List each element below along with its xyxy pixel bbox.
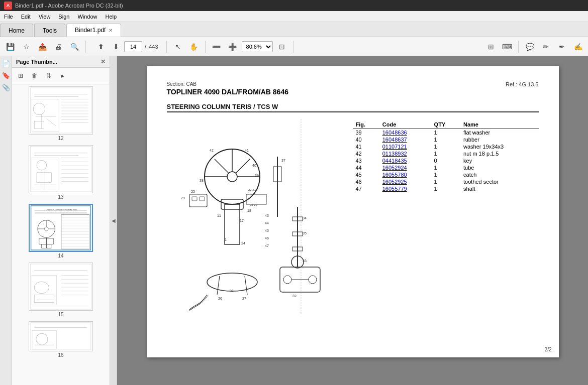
toolbar-sep-2 [166, 41, 167, 53]
svg-text:42: 42 [210, 149, 214, 152]
svg-text:47: 47 [265, 244, 269, 247]
cell-code[interactable]: 16048637 [379, 136, 431, 143]
cursor-tool-button[interactable]: ↖ [171, 40, 185, 54]
collapse-sidebar-button[interactable]: ◀ [110, 56, 117, 385]
thumbnail-sketch-14: TOPLINER 4090 DAL/FROM/AB 8646 [30, 205, 92, 251]
cell-name: shaft [460, 185, 538, 192]
sidebar-close-button[interactable]: ✕ [101, 58, 106, 65]
menu-edit[interactable]: Edit [17, 11, 35, 22]
thumbnail-12[interactable]: 12 [14, 86, 108, 141]
cell-fig: 42 [353, 150, 379, 157]
sidebar-header: Page Thumbn... ✕ [12, 56, 110, 68]
svg-text:18: 18 [247, 209, 251, 212]
svg-text:40: 40 [252, 164, 256, 167]
bookmarks-icon[interactable]: 🔖 [1, 70, 11, 80]
bookmark-button[interactable]: ☆ [19, 40, 33, 54]
sidebar-arrange-button[interactable]: ⇅ [42, 70, 55, 82]
svg-text:35: 35 [303, 231, 307, 235]
sign-button[interactable]: ✍ [571, 40, 585, 54]
svg-text:TOPLINER 4090 DAL/FROM/AB 8646: TOPLINER 4090 DAL/FROM/AB 8646 [44, 209, 77, 211]
comment-button[interactable]: 💬 [523, 40, 537, 54]
cell-code[interactable]: 16052924 [379, 164, 431, 171]
thumbnail-15[interactable]: 15 [14, 263, 108, 317]
cell-name: flat washer [460, 129, 538, 137]
technical-diagram: 42 41 40 39 38 29 25 [167, 116, 343, 317]
cell-code[interactable]: 16055780 [379, 171, 431, 178]
cell-qty: 1 [431, 185, 460, 192]
sidebar-more-button[interactable]: ▸ [56, 70, 69, 82]
svg-text:32: 32 [292, 294, 297, 298]
thumbnail-box-16 [29, 321, 93, 351]
signatures-icon[interactable]: 📎 [1, 82, 11, 92]
cell-code[interactable]: 01138932 [379, 150, 431, 157]
highlight-button[interactable]: ✏ [539, 40, 553, 54]
table-row: 40 16048637 1 rubber [353, 136, 539, 143]
sidebar-grid-button[interactable]: ⊞ [14, 70, 27, 82]
fit-page-button[interactable]: ⊞ [484, 40, 498, 54]
cell-code[interactable]: 16052925 [379, 178, 431, 185]
hand-tool-button[interactable]: ✋ [187, 40, 201, 54]
page-input[interactable]: 14 [124, 41, 142, 52]
find-button[interactable]: 🔍 [67, 40, 81, 54]
page-down-button[interactable]: ⬇ [109, 40, 123, 54]
sidebar-title: Page Thumbn... [16, 59, 57, 65]
zoom-out-button[interactable]: ➖ [210, 40, 224, 54]
cell-code[interactable]: 16048636 [379, 129, 431, 137]
cell-name: tube [460, 164, 538, 171]
svg-text:43: 43 [265, 214, 269, 217]
thumbnail-sketch-16 [29, 322, 92, 351]
table-row: 46 16052925 1 toothed sector [353, 178, 539, 185]
sidebar-tools: ⊞ 🗑 ⇅ ▸ [12, 68, 110, 84]
share-button[interactable]: 📤 [35, 40, 49, 54]
svg-rect-18 [30, 147, 91, 192]
thumbnail-label-14: 14 [58, 253, 63, 259]
zoom-in-button[interactable]: ➕ [226, 40, 240, 54]
svg-text:22 21: 22 21 [248, 188, 256, 191]
tab-close-button[interactable]: ✕ [109, 28, 113, 33]
page-total: 443 [149, 44, 158, 50]
svg-text:23 22: 23 22 [250, 203, 258, 206]
thumbnails-panel: 12 [12, 84, 110, 385]
cell-qty: 1 [431, 136, 460, 143]
tab-tools-label: Tools [43, 27, 57, 34]
left-icons-panel: 📄 🔖 📎 [0, 56, 12, 385]
svg-rect-33 [31, 206, 91, 250]
menu-window[interactable]: Window [73, 11, 101, 22]
main-area: 📄 🔖 📎 Page Thumbn... ✕ ⊞ 🗑 ⇅ ▸ [0, 56, 588, 385]
save-button[interactable]: 💾 [3, 40, 17, 54]
pages-icon[interactable]: 📄 [1, 58, 11, 68]
sidebar-delete-button[interactable]: 🗑 [28, 70, 41, 82]
page-nav-group: ⬆ ⬇ 14 / 443 [94, 40, 158, 54]
menu-view[interactable]: View [35, 11, 55, 22]
pdf-area[interactable]: Section: CAB TOPLINER 4090 DAL/FROM/AB 8… [117, 56, 588, 385]
zoom-fit-button[interactable]: ⊡ [275, 40, 289, 54]
svg-text:38: 38 [200, 179, 204, 182]
svg-text:45: 45 [265, 229, 269, 232]
thumbnail-14[interactable]: TOPLINER 4090 DAL/FROM/AB 8646 [14, 204, 108, 259]
thumbnail-13[interactable]: 13 [14, 145, 108, 200]
page-up-button[interactable]: ⬆ [94, 40, 108, 54]
page-counter: 2/2 [545, 347, 552, 352]
type-button[interactable]: ⌨ [500, 40, 514, 54]
markup-button[interactable]: ✒ [555, 40, 569, 54]
cell-code[interactable]: 01107121 [379, 143, 431, 150]
svg-text:27: 27 [242, 297, 246, 300]
tab-binder[interactable]: Binder1.pdf ✕ [66, 24, 121, 37]
svg-text:24: 24 [241, 241, 245, 245]
svg-text:33: 33 [303, 259, 307, 263]
pdf-page: Section: CAB TOPLINER 4090 DAL/FROM/AB 8… [147, 66, 559, 357]
cell-code[interactable]: 04418435 [379, 157, 431, 164]
menu-help[interactable]: Help [102, 11, 121, 22]
print-button[interactable]: 🖨 [51, 40, 65, 54]
zoom-select[interactable]: 50% 75% 80.6% 100% 125% 150% 200% [242, 41, 273, 52]
menu-file[interactable]: File [0, 11, 17, 22]
thumbnail-16[interactable]: 16 [14, 321, 108, 358]
tab-home[interactable]: Home [0, 24, 33, 37]
cell-code[interactable]: 16055779 [379, 185, 431, 192]
svg-text:46: 46 [265, 236, 269, 240]
menu-sign[interactable]: Sign [54, 11, 73, 22]
table-row: 47 16055779 1 shaft [353, 185, 539, 192]
toolbar-sep-1 [85, 41, 86, 53]
tab-tools[interactable]: Tools [34, 24, 65, 37]
svg-rect-77 [167, 116, 343, 317]
